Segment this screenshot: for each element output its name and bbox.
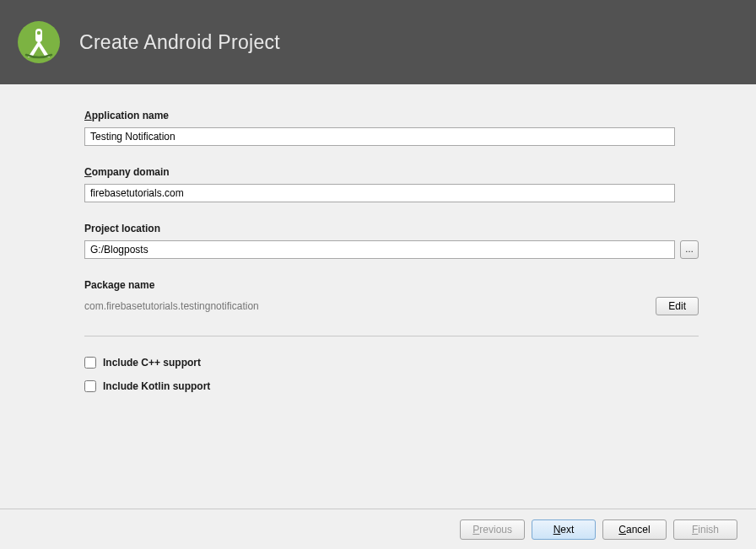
company-domain-label: Company domain (84, 166, 716, 178)
package-name-label: Package name (84, 279, 716, 291)
wizard-title: Create Android Project (79, 31, 280, 54)
project-location-input[interactable] (84, 240, 675, 259)
kotlin-support-checkbox[interactable] (84, 380, 96, 392)
cancel-button[interactable]: Cancel (602, 519, 667, 540)
project-location-row: … (84, 240, 699, 259)
cpp-support-label: Include C++ support (103, 357, 201, 369)
project-location-group: Project location … (84, 223, 716, 259)
company-domain-input[interactable] (84, 184, 675, 202)
android-studio-icon (17, 20, 61, 64)
next-button[interactable]: Next (532, 519, 596, 540)
finish-button: Finish (673, 519, 737, 540)
package-name-row: com.firebasetutorials.testingnotificatio… (84, 297, 699, 315)
cpp-support-row: Include C++ support (84, 357, 716, 369)
wizard-footer: Previous Next Cancel Finish (0, 509, 756, 549)
application-name-label: Application name (84, 110, 716, 121)
wizard-content: Application name Company domain Project … (0, 84, 756, 509)
browse-button[interactable]: … (680, 240, 699, 259)
company-domain-group: Company domain (84, 166, 716, 202)
wizard-header: Create Android Project (0, 0, 756, 84)
cpp-support-checkbox[interactable] (84, 357, 96, 369)
svg-rect-1 (35, 29, 42, 42)
application-name-group: Application name (84, 110, 716, 146)
edit-package-button[interactable]: Edit (656, 297, 699, 315)
mnemonic: A (84, 110, 92, 121)
package-name-group: Package name com.firebasetutorials.testi… (84, 279, 716, 315)
mnemonic: C (84, 166, 92, 178)
previous-button: Previous (460, 519, 525, 540)
application-name-input[interactable] (84, 127, 675, 146)
label-text-rest: pplication name (92, 110, 169, 121)
kotlin-support-label: Include Kotlin support (103, 380, 210, 392)
divider (84, 336, 699, 336)
package-name-value: com.firebasetutorials.testingnotificatio… (84, 300, 259, 312)
project-location-label: Project location (84, 223, 716, 234)
kotlin-support-row: Include Kotlin support (84, 380, 716, 392)
label-text-rest: ompany domain (92, 166, 170, 178)
svg-point-2 (37, 31, 40, 35)
